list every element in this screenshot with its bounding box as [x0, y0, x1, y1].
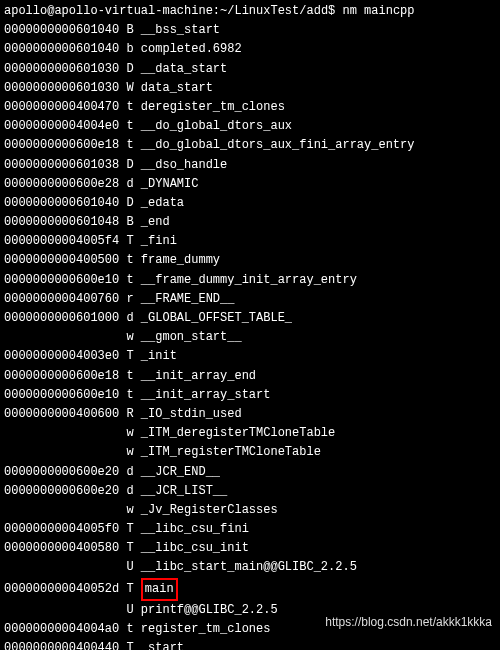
symbol-name: __frame_dummy_init_array_entry	[141, 273, 357, 287]
nm-row: 00000000004003e0 T _init	[4, 347, 496, 366]
symbol-name: __JCR_END__	[141, 465, 220, 479]
nm-row: U __libc_start_main@@GLIBC_2.2.5	[4, 558, 496, 577]
symbol-address	[4, 603, 119, 617]
symbol-type: D	[119, 196, 141, 210]
symbol-address: 0000000000400470	[4, 100, 119, 114]
nm-row: 0000000000601040 b completed.6982	[4, 40, 496, 59]
symbol-name: __libc_csu_init	[141, 541, 249, 555]
symbol-name: __do_global_dtors_aux	[141, 119, 292, 133]
symbol-address	[4, 503, 119, 517]
nm-row: 0000000000600e18 t __do_global_dtors_aux…	[4, 136, 496, 155]
symbol-address	[4, 560, 119, 574]
nm-row: 0000000000600e20 d __JCR_LIST__	[4, 482, 496, 501]
symbol-type: T	[119, 641, 141, 650]
symbol-type: w	[119, 445, 141, 459]
symbol-type: B	[119, 215, 141, 229]
symbol-address: 0000000000600e18	[4, 138, 119, 152]
symbol-address: 0000000000601040	[4, 42, 119, 56]
nm-row: 000000000040052d T main	[4, 578, 496, 601]
nm-row: 0000000000600e18 t __init_array_end	[4, 367, 496, 386]
nm-row: w _ITM_registerTMCloneTable	[4, 443, 496, 462]
symbol-name: completed.6982	[141, 42, 242, 56]
symbol-name: main	[141, 582, 178, 596]
symbol-name: _Jv_RegisterClasses	[141, 503, 278, 517]
symbol-name: register_tm_clones	[141, 622, 271, 636]
symbol-address: 00000000004005f4	[4, 234, 119, 248]
symbol-address: 0000000000601040	[4, 196, 119, 210]
nm-row: 0000000000600e28 d _DYNAMIC	[4, 175, 496, 194]
nm-row: 0000000000601040 B __bss_start	[4, 21, 496, 40]
nm-row: 0000000000600e10 t __init_array_start	[4, 386, 496, 405]
symbol-name: frame_dummy	[141, 253, 220, 267]
symbol-type: B	[119, 23, 141, 37]
prompt-dollar: $	[328, 4, 342, 18]
nm-row: 0000000000400440 T _start	[4, 639, 496, 650]
symbol-address: 0000000000600e28	[4, 177, 119, 191]
symbol-name: __init_array_start	[141, 388, 271, 402]
symbol-type: t	[119, 622, 141, 636]
symbol-name: _ITM_deregisterTMCloneTable	[141, 426, 335, 440]
symbol-address: 000000000040052d	[4, 582, 119, 596]
symbol-type: t	[119, 138, 141, 152]
symbol-name: _start	[141, 641, 184, 650]
prompt-user: apollo@apollo-virtual-machine	[4, 4, 213, 18]
symbol-address: 0000000000601030	[4, 81, 119, 95]
highlight-box: main	[141, 578, 178, 601]
symbol-name: deregister_tm_clones	[141, 100, 285, 114]
symbol-type: T	[119, 541, 141, 555]
symbol-type: U	[119, 560, 141, 574]
symbol-type: t	[119, 388, 141, 402]
nm-row: 0000000000400470 t deregister_tm_clones	[4, 98, 496, 117]
symbol-name: printf@@GLIBC_2.2.5	[141, 603, 278, 617]
nm-row: 0000000000601000 d _GLOBAL_OFFSET_TABLE_	[4, 309, 496, 328]
symbol-address: 0000000000601038	[4, 158, 119, 172]
nm-row: 0000000000600e10 t __frame_dummy_init_ar…	[4, 271, 496, 290]
symbol-address: 0000000000400580	[4, 541, 119, 555]
symbol-name: _fini	[141, 234, 177, 248]
symbol-address: 0000000000600e18	[4, 369, 119, 383]
symbol-name: _DYNAMIC	[141, 177, 199, 191]
symbol-address: 0000000000600e20	[4, 465, 119, 479]
symbol-address: 0000000000400600	[4, 407, 119, 421]
symbol-name: __FRAME_END__	[141, 292, 235, 306]
nm-row: w _ITM_deregisterTMCloneTable	[4, 424, 496, 443]
symbol-type: D	[119, 62, 141, 76]
symbol-address: 00000000004004a0	[4, 622, 119, 636]
symbol-type: W	[119, 81, 141, 95]
symbol-type: U	[119, 603, 141, 617]
symbol-name: __dso_handle	[141, 158, 227, 172]
symbol-type: b	[119, 42, 141, 56]
symbol-name: _ITM_registerTMCloneTable	[141, 445, 321, 459]
symbol-type: T	[119, 582, 141, 596]
command-text[interactable]: nm maincpp	[343, 4, 415, 18]
symbol-address: 0000000000400500	[4, 253, 119, 267]
symbol-type: t	[119, 369, 141, 383]
nm-row: 0000000000601048 B _end	[4, 213, 496, 232]
symbol-type: w	[119, 503, 141, 517]
prompt-path: ~/LinuxTest/add	[220, 4, 328, 18]
symbol-address: 0000000000600e20	[4, 484, 119, 498]
symbol-address: 00000000004005f0	[4, 522, 119, 536]
symbol-name: __bss_start	[141, 23, 220, 37]
symbol-name: __data_start	[141, 62, 227, 76]
prompt-line: apollo@apollo-virtual-machine:~/LinuxTes…	[4, 2, 496, 21]
symbol-type: t	[119, 253, 141, 267]
nm-row: 0000000000601038 D __dso_handle	[4, 156, 496, 175]
symbol-type: t	[119, 119, 141, 133]
nm-row: 0000000000601030 W data_start	[4, 79, 496, 98]
symbol-type: T	[119, 349, 141, 363]
symbol-type: w	[119, 426, 141, 440]
symbol-type: d	[119, 311, 141, 325]
symbol-name: _GLOBAL_OFFSET_TABLE_	[141, 311, 292, 325]
symbol-type: t	[119, 100, 141, 114]
symbol-type: d	[119, 465, 141, 479]
symbol-type: D	[119, 158, 141, 172]
symbol-address	[4, 330, 119, 344]
nm-row: 00000000004004e0 t __do_global_dtors_aux	[4, 117, 496, 136]
watermark-text: https://blog.csdn.net/akkk1kkka	[325, 613, 492, 632]
symbol-name: __init_array_end	[141, 369, 256, 383]
symbol-type: T	[119, 522, 141, 536]
nm-row: 0000000000601030 D __data_start	[4, 60, 496, 79]
symbol-address: 0000000000601048	[4, 215, 119, 229]
symbol-name: _IO_stdin_used	[141, 407, 242, 421]
